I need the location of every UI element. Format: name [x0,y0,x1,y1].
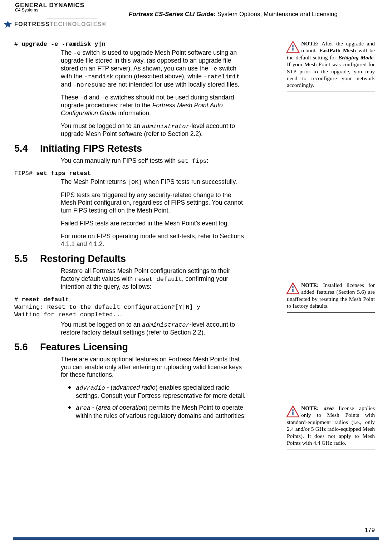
t: -ratelimit [204,73,240,80]
body-para: There are various optional features on F… [61,356,247,379]
cmd-text: set fips retest [36,170,91,177]
t: information. [117,109,151,117]
t: area [76,405,90,411]
section-title: Features Licensing [40,342,128,353]
note-box: NOTE: Installed licenses for added featu… [287,282,375,313]
svg-rect-6 [292,289,293,292]
t: You can manually run FIPS self tests wit… [61,157,177,164]
doc-title-rest: System Options, Maintenance and Licensin… [216,11,338,18]
page-number: 179 [365,527,375,534]
t: and [61,81,73,88]
feature-list: advradio - (advanced radio) enables spec… [68,384,247,420]
body-para: FIPS tests are triggered by any security… [61,191,247,215]
t: -e [101,94,108,101]
t: option (described above), while [113,73,204,80]
t: reset default [134,276,182,283]
note-licenses: NOTE: Installed licenses for added featu… [287,282,375,317]
note-text-d: Bridging Mode [338,54,374,60]
t: advanced radio [113,384,156,391]
section-title: Initiating FIPS Retests [40,143,142,154]
svg-rect-5 [292,286,293,288]
section-heading-5-6: 5.6Features Licensing [14,342,265,353]
section-title: Restoring Defaults [40,253,126,264]
body-para: Failed FIPS tests are recorded in the Me… [61,220,247,228]
doc-title-bold: Fortress ES-Series CLI Guide: [129,11,216,18]
body-para: These -d and -e switches should not be u… [61,94,247,117]
section-number: 5.6 [14,342,34,353]
note-area-license: NOTE: area license applies only to Mesh … [287,405,375,454]
t: - ( [90,404,98,411]
t: These [61,94,80,101]
cmd-text: upgrade -e -ramdisk y|n [21,41,106,48]
footer-bar [13,537,379,540]
t: administrator [142,322,190,328]
t: You must be logged on to an [61,122,142,130]
t: -e [210,65,217,72]
note-text-a [319,405,324,411]
fortress-text: FORTRESSTECHNOLOGIES® [14,21,107,28]
info-icon [286,282,300,294]
note-text: Installed licenses for added features (S… [287,282,375,309]
page-header: GENERAL DYNAMICS C4 Systems FORTRESSTECH… [0,0,392,33]
svg-rect-2 [292,45,293,47]
main-column: # upgrade -e -ramdisk y|n The -e switch … [14,41,265,420]
cmd-fips-retest: FIPS# set fips retest [14,170,265,177]
body-para: You can manually run FIPS self tests wit… [61,157,247,165]
doc-title: Fortress ES-Series CLI Guide: System Opt… [129,11,338,18]
section-number: 5.5 [14,253,34,264]
t: area of operation [98,404,145,411]
section-heading-5-5: 5.5Restoring Defaults [14,253,265,264]
star-icon [4,20,12,29]
note-text-b: FastPath Mesh [319,47,356,53]
body-para: The Mesh Point returns [OK] when FIPS te… [61,178,247,186]
t: The [61,49,73,56]
note-box: NOTE: area license applies only to Mesh … [287,405,375,449]
t: -ramdisk [84,73,113,80]
t: administrator [142,123,190,130]
t: set fips [177,158,207,165]
note-label: NOTE: [301,405,319,411]
body-para: You must be logged on to an administrato… [61,122,247,138]
page: GENERAL DYNAMICS C4 Systems FORTRESSTECH… [0,0,392,546]
fortress-logo: FORTRESSTECHNOLOGIES® [4,20,107,29]
cmd-reset-default: # reset default Warning: Reset to the de… [14,296,265,319]
body-para: Restore all Fortress Mesh Point configur… [61,267,247,291]
svg-rect-9 [292,412,293,415]
note-box: NOTE: After the upgrade and reboot, Fast… [287,40,375,92]
content-area: NOTE: After the upgrade and reboot, Fast… [0,33,392,420]
body-para: For more on FIPS operating mode and self… [61,233,247,248]
company-logo: GENERAL DYNAMICS C4 Systems [15,2,84,12]
body-para: You must be logged on to an administrato… [61,321,247,337]
page-footer: 179 [0,537,392,540]
section-number: 5.4 [14,143,34,154]
cmd-prompt: FIPS# [14,170,36,177]
t: -noresume [73,82,106,88]
header-divider [46,19,97,19]
note-upgrade-reboot: NOTE: After the upgrade and reboot, Fast… [287,40,375,96]
fortress-light: TECHNOLOGIES® [50,21,107,27]
list-item: area - (area of operation) permits the M… [68,404,247,420]
cmd-prompt: # [14,296,21,303]
cmd-text: reset default [21,296,69,303]
cmd-upgrade: # upgrade -e -ramdisk y|n [14,41,265,48]
list-item: advradio - (advanced radio) enables spec… [68,384,247,400]
info-icon [286,405,300,418]
svg-rect-8 [292,409,293,411]
t: [OK] [128,179,142,186]
svg-marker-0 [4,20,12,28]
output-line: Warning: Reset to the default configurat… [14,304,200,311]
cmd-prompt: # [14,41,21,48]
t: and [87,94,101,101]
t: The Mesh Point returns [61,178,128,185]
t: : [207,157,209,164]
t: -d [80,94,87,101]
output-line: Waiting for reset completed... [14,311,124,318]
fortress-strong: FORTRESS [14,21,50,27]
section-heading-5-4: 5.4Initiating FIPS Retests [14,143,265,154]
t: are not intended for use with locally st… [106,81,240,88]
t: You must be logged on to an [61,321,142,328]
svg-rect-3 [292,48,293,51]
note-label: NOTE: [301,282,319,288]
t: when FIPS tests run successfully. [142,178,237,185]
t: advradio [76,385,105,391]
